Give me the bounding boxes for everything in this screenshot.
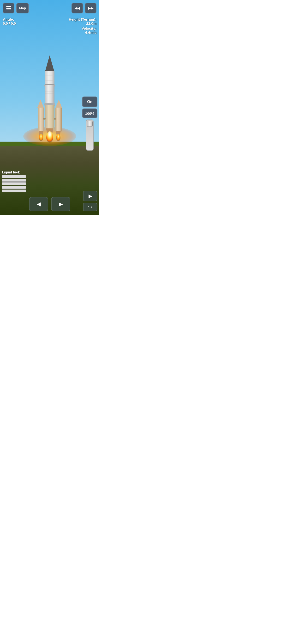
svg-point-15 [46, 131, 53, 143]
bottom-right-buttons: ▶ 1 2 [83, 191, 97, 211]
toolbar-right: ◀◀ ▶▶ [72, 3, 96, 14]
throttle-handle [87, 121, 93, 127]
right-panel: On 100% [82, 96, 97, 151]
rewind-button[interactable]: ◀◀ [72, 3, 83, 14]
stages-button[interactable]: 1 2 [83, 203, 97, 211]
svg-rect-3 [45, 85, 54, 104]
rewind-icon: ◀◀ [75, 6, 80, 10]
play-icon: ▶ [89, 193, 92, 199]
velocity-value: 6.6m/s [69, 30, 96, 34]
play-button[interactable]: ▶ [83, 191, 97, 201]
fuel-panel: Liquid fuel: [2, 170, 26, 193]
svg-rect-17 [54, 118, 56, 120]
svg-point-13 [56, 134, 60, 142]
nose-cone [45, 55, 54, 72]
fuel-bar-4 [2, 186, 26, 189]
map-label: Map [19, 6, 26, 10]
stages-label: 1 2 [88, 205, 92, 209]
svg-rect-7 [38, 108, 44, 132]
toolbar-left: Map [3, 3, 29, 14]
height-label: Height (Terrain): [69, 17, 96, 21]
fuel-bar-2 [2, 179, 26, 182]
svg-rect-5 [45, 105, 54, 129]
on-label: On [87, 100, 92, 104]
toolbar: Map ◀◀ ▶▶ [0, 3, 99, 14]
svg-marker-6 [37, 100, 44, 108]
rotate-right-button[interactable]: ▶ [51, 197, 70, 211]
rocket-svg [23, 53, 76, 154]
map-button[interactable]: Map [16, 3, 29, 14]
angle-label: Angle: [3, 17, 16, 21]
rocket [23, 53, 76, 154]
angle-value: 0.0 / 0.0 [3, 21, 16, 26]
height-value: 22.0m [69, 21, 96, 26]
fastforward-icon: ▶▶ [88, 6, 93, 10]
fastforward-button[interactable]: ▶▶ [85, 3, 96, 14]
throttle-display: 100% [82, 108, 97, 118]
left-arrow-icon: ◀ [37, 201, 41, 207]
svg-marker-10 [55, 100, 62, 108]
engine-on-button[interactable]: On [82, 96, 97, 107]
svg-rect-11 [55, 108, 62, 132]
throttle-percent: 100% [85, 111, 94, 115]
hud-right: Height (Terrain): 22.0m Velocity: 6.6m/s [69, 17, 96, 34]
svg-point-9 [39, 134, 43, 142]
fuel-bar-5 [2, 190, 26, 192]
throttle-slider[interactable] [86, 120, 94, 151]
fuel-bar-3 [2, 182, 26, 185]
svg-rect-16 [43, 118, 46, 120]
right-arrow-icon: ▶ [59, 201, 63, 207]
velocity-label: Velocity: [69, 26, 96, 30]
hamburger-icon [6, 6, 11, 10]
hud-left: Angle: 0.0 / 0.0 [3, 17, 16, 26]
menu-button[interactable] [3, 3, 14, 14]
rotate-left-button[interactable]: ◀ [29, 197, 48, 211]
fuel-label: Liquid fuel: [2, 170, 26, 174]
fuel-bar-1 [2, 175, 26, 178]
